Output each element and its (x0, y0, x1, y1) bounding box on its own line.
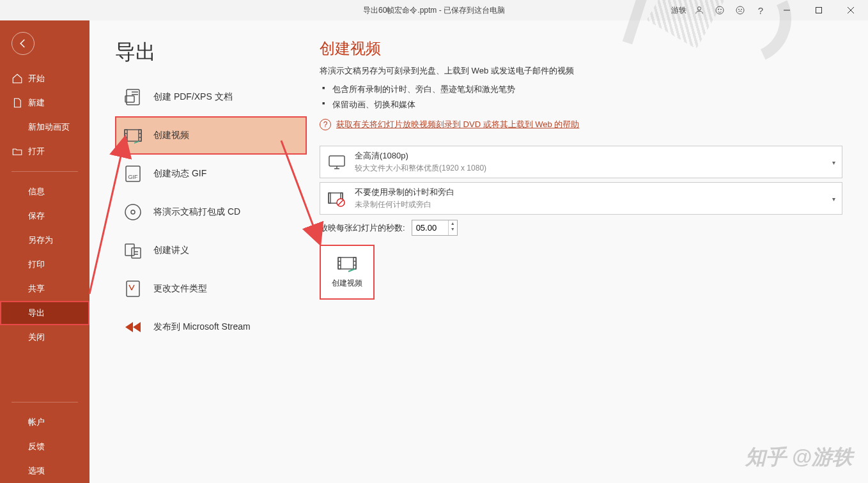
nav-label: 共享 (28, 283, 45, 295)
export-detail-panel: 创建视频 将演示文稿另存为可刻录到光盘、上载到 Web 或发送电子邮件的视频 包… (307, 20, 868, 483)
export-label: 发布到 Microsoft Stream (153, 321, 251, 333)
nav-label: 开始 (28, 73, 45, 84)
export-publish-stream[interactable]: 发布到 Microsoft Stream (115, 308, 307, 346)
svg-point-6 (741, 9, 741, 10)
maximize-button[interactable] (804, 1, 833, 19)
nav-label: 新建 (28, 97, 45, 109)
back-button[interactable] (12, 32, 35, 55)
nav-label: 信息 (28, 186, 45, 197)
svg-point-0 (697, 7, 701, 10)
export-label: 创建讲义 (153, 245, 189, 256)
nav-label: 反馈 (28, 441, 45, 452)
nav-label: 打开 (28, 146, 45, 157)
help-link[interactable]: 获取有关将幻灯片放映视频刻录到 DVD 或将其上载到 Web 的帮助 (336, 119, 579, 130)
nav-new[interactable]: 新建 (0, 91, 89, 115)
seconds-per-slide-label: 放映每张幻灯片的秒数: (320, 222, 405, 234)
export-options-list: 创建 PDF/XPS 文档 创建视频 GIF 创建动态 GIF 将演示文稿打包成… (89, 78, 307, 346)
export-package-cd[interactable]: 将演示文稿打包成 CD (115, 193, 307, 231)
svg-point-4 (736, 6, 744, 14)
minimize-button[interactable] (772, 1, 802, 19)
nav-export[interactable]: 导出 (0, 301, 89, 325)
chevron-down-icon: ▾ (832, 195, 835, 202)
detail-bullet: 保留动画、切换和媒体 (332, 97, 842, 112)
filetype-icon (123, 279, 143, 299)
nav-label: 帐户 (28, 417, 45, 428)
svg-rect-15 (139, 130, 141, 141)
cd-icon (123, 202, 143, 222)
help-circle-icon: ? (320, 119, 331, 130)
seconds-input[interactable] (412, 220, 448, 235)
export-label: 创建动态 GIF (153, 168, 206, 180)
user-avatar-icon[interactable] (690, 1, 708, 19)
export-label: 将演示文稿打包成 CD (153, 206, 240, 218)
video-icon (123, 125, 143, 146)
nav-print[interactable]: 打印 (0, 252, 89, 277)
help-icon[interactable]: ? (752, 1, 770, 19)
svg-rect-23 (329, 156, 345, 166)
svg-text:GIF: GIF (128, 174, 139, 180)
nav-account[interactable]: 帐户 (0, 410, 89, 434)
nav-open[interactable]: 打开 (0, 139, 89, 164)
nav-label: 关闭 (28, 332, 45, 343)
nav-label: 保存 (28, 210, 45, 222)
nav-home[interactable]: 开始 (0, 66, 89, 91)
handouts-icon (123, 240, 143, 261)
spinner-up-icon[interactable]: ▲ (449, 220, 457, 226)
detail-bullet: 包含所有录制的计时、旁白、墨迹笔划和激光笔势 (332, 82, 842, 97)
svg-point-5 (738, 9, 739, 10)
nav-info[interactable]: 信息 (0, 180, 89, 204)
export-label: 创建 PDF/XPS 文档 (153, 91, 233, 103)
nav-separator (12, 171, 78, 172)
spinner-down-icon[interactable]: ▼ (449, 226, 457, 232)
export-pdf-xps[interactable]: 创建 PDF/XPS 文档 (115, 78, 307, 116)
frown-icon[interactable] (731, 1, 749, 19)
svg-rect-22 (127, 281, 139, 296)
dropdown-subtitle: 未录制任何计时或旁白 (355, 199, 454, 210)
svg-rect-31 (353, 257, 356, 269)
close-button[interactable] (836, 1, 865, 19)
monitor-icon (327, 152, 347, 172)
svg-point-19 (131, 210, 135, 214)
create-video-button-label: 创建视频 (332, 278, 362, 289)
export-label: 创建视频 (153, 130, 189, 141)
nav-label: 另存为 (28, 234, 53, 246)
svg-point-18 (125, 204, 141, 220)
nav-options[interactable]: 选项 (0, 459, 89, 483)
detail-title: 创建视频 (320, 38, 842, 59)
narration-dropdown[interactable]: 不要使用录制的计时和旁白 未录制任何计时或旁白 ▾ (320, 182, 842, 215)
create-video-button[interactable]: 创建视频 (320, 245, 375, 300)
export-handouts[interactable]: 创建讲义 (115, 231, 307, 270)
nav-label: 选项 (28, 465, 45, 477)
svg-point-2 (718, 9, 718, 10)
dropdown-subtitle: 较大文件大小和整体优质(1920 x 1080) (355, 163, 486, 174)
svg-rect-20 (125, 244, 134, 256)
svg-rect-25 (329, 193, 330, 203)
export-create-video[interactable]: 创建视频 (115, 116, 307, 155)
dropdown-title: 全高清(1080p) (355, 150, 486, 162)
nav-save[interactable]: 保存 (0, 204, 89, 228)
nav-share[interactable]: 共享 (0, 277, 89, 301)
video-icon (337, 256, 357, 273)
nav-separator (12, 402, 78, 402)
backstage-sidebar: 开始 新建 新加动画页 打开 信息 保存 另存为 打印 共享 导出 关闭 帐户 … (0, 20, 89, 483)
svg-rect-14 (125, 130, 127, 141)
detail-description: 将演示文稿另存为可刻录到光盘、上载到 Web 或发送电子邮件的视频 (320, 65, 842, 77)
seconds-spinner[interactable]: ▲ ▼ (412, 220, 458, 236)
svg-point-3 (720, 9, 721, 10)
nav-feedback[interactable]: 反馈 (0, 434, 89, 459)
page-title: 导出 (89, 20, 307, 78)
export-create-gif[interactable]: GIF 创建动态 GIF (115, 155, 307, 193)
nav-close[interactable]: 关闭 (0, 325, 89, 349)
stream-icon (123, 317, 143, 337)
nav-new-animation-page[interactable]: 新加动画页 (0, 115, 89, 139)
dropdown-title: 不要使用录制的计时和旁白 (355, 187, 454, 198)
nav-label: 打印 (28, 259, 45, 270)
svg-rect-30 (338, 257, 341, 269)
film-no-icon (327, 188, 347, 209)
user-name[interactable]: 游轶 (671, 5, 686, 16)
nav-save-as[interactable]: 另存为 (0, 228, 89, 252)
svg-point-1 (716, 6, 724, 14)
export-change-filetype[interactable]: 更改文件类型 (115, 270, 307, 308)
smile-icon[interactable] (711, 1, 729, 19)
video-quality-dropdown[interactable]: 全高清(1080p) 较大文件大小和整体优质(1920 x 1080) ▾ (320, 146, 842, 178)
